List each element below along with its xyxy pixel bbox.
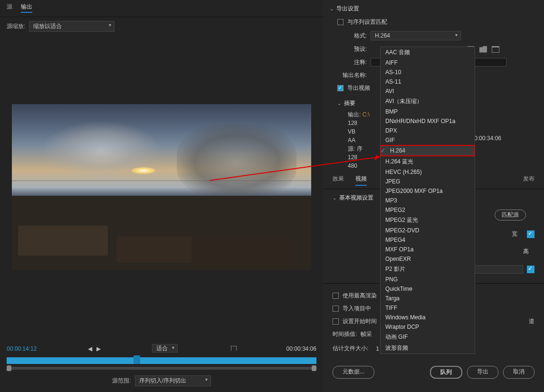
tab-source[interactable]: 源 — [7, 3, 12, 13]
format-option[interactable]: Wraptor DCP — [381, 322, 475, 332]
zoom-handle-right[interactable] — [312, 365, 316, 371]
step-back-icon[interactable]: ◀ — [86, 345, 94, 352]
import-preset-icon[interactable] — [479, 46, 487, 53]
time-interp-value: 帧采 — [361, 330, 372, 338]
format-option[interactable]: H.264 — [381, 145, 475, 156]
export-video-label: 导出视频 — [347, 84, 370, 92]
format-option[interactable]: 动画 GIF — [381, 332, 475, 343]
scrubber[interactable] — [7, 357, 316, 364]
export-settings-header[interactable]: ⌄ 导出设置 — [323, 0, 544, 16]
step-fwd-icon[interactable]: ▶ — [95, 345, 102, 352]
chevron-down-icon: ⌄ — [337, 101, 341, 106]
delete-preset-icon[interactable] — [492, 46, 499, 53]
est-size-label: 估计文件大小: — [333, 344, 368, 353]
timebar: 00:00:14:12 ◀ ▶ 适合 00:00:34:06 源范围: 序列切入… — [0, 339, 323, 392]
action-buttons: 元数据... 队列 导出 取消 — [323, 362, 544, 383]
format-option[interactable]: MPEG4 — [381, 235, 475, 245]
format-option[interactable]: MPEG2-DVD — [381, 226, 475, 235]
format-option[interactable]: DNxHR/DNxHD MXF OP1a — [381, 116, 475, 126]
zoom-bar[interactable] — [7, 367, 316, 370]
comment-label: 注释: — [337, 58, 367, 67]
format-option[interactable]: P2 影片 — [381, 264, 475, 275]
use-max-render-checkbox[interactable] — [333, 293, 339, 299]
time-in[interactable]: 00:00:14:12 — [7, 345, 37, 352]
format-option[interactable]: BMP — [381, 107, 475, 116]
format-option[interactable]: H.264 蓝光 — [381, 156, 475, 167]
set-start-time-label: 设置开始时间 — [343, 317, 377, 325]
metadata-button[interactable]: 元数据... — [333, 366, 374, 379]
fit-dropdown[interactable]: 适合 — [152, 344, 178, 353]
zoom-handle-left[interactable] — [7, 365, 11, 371]
format-option[interactable]: DPX — [381, 126, 475, 135]
match-sequence-label: 与序列设置匹配 — [347, 18, 387, 26]
source-scale-row: 源缩放: 缩放以适合 — [0, 17, 323, 36]
format-option[interactable]: AAC 音频 — [381, 47, 475, 58]
output-name-label: 输出名称: — [337, 71, 367, 79]
use-max-render-label: 使用最高渲染 — [343, 292, 377, 300]
export-video-checkbox[interactable] — [337, 85, 344, 91]
format-option[interactable]: MXF OP1a — [381, 245, 475, 254]
time-out: 00:00:34:06 — [286, 345, 316, 352]
format-option[interactable]: Targa — [381, 294, 475, 303]
format-option[interactable]: AS-11 — [381, 77, 475, 86]
match-source-button[interactable]: 匹配源 — [495, 210, 526, 220]
source-range-label: 源范围: — [112, 377, 131, 385]
set-start-time-checkbox[interactable] — [333, 318, 339, 325]
match-sequence-checkbox[interactable] — [337, 19, 344, 25]
format-option[interactable]: QuickTime — [381, 284, 475, 294]
preview-area — [0, 36, 323, 339]
preview-panel: 源 输出 源缩放: 缩放以适合 00:00:14:12 ◀ ▶ 适合 00:00… — [0, 0, 323, 392]
preset-label: 预设: — [337, 45, 367, 53]
format-option[interactable]: Windows Media — [381, 313, 475, 322]
chevron-down-icon: ⌄ — [333, 195, 336, 201]
format-option[interactable]: PNG — [381, 275, 475, 284]
format-option[interactable]: AVI — [381, 86, 475, 96]
cancel-button[interactable]: 取消 — [503, 366, 534, 379]
format-label: 格式: — [337, 32, 367, 40]
width-link-checkbox[interactable] — [527, 230, 534, 238]
import-project-checkbox[interactable] — [333, 306, 339, 312]
source-output-tabs: 源 输出 — [0, 0, 323, 17]
format-dropdown-menu: AAC 音频AIFFAS-10AS-11AVIAVI（未压缩）BMPDNxHR/… — [380, 47, 475, 354]
format-option[interactable]: GIF — [381, 135, 475, 145]
source-scale-dropdown[interactable]: 缩放以适合 — [29, 21, 115, 32]
format-option[interactable]: AIFF — [381, 58, 475, 67]
format-option[interactable]: MPEG2 — [381, 205, 475, 215]
format-option[interactable]: TIFF — [381, 303, 475, 313]
chevron-down-icon: ⌄ — [330, 6, 334, 11]
format-option[interactable]: MPEG2 蓝光 — [381, 215, 475, 226]
playhead[interactable] — [134, 355, 140, 364]
time-interp-label: 时间插值: — [333, 330, 357, 338]
tab-video[interactable]: 视频 — [355, 175, 367, 186]
preview-image — [12, 104, 311, 270]
tab-output[interactable]: 输出 — [21, 3, 32, 13]
format-dropdown[interactable]: H.264 — [371, 31, 461, 40]
source-range-dropdown[interactable]: 序列切入/序列切出 — [135, 375, 211, 386]
framerate-link-checkbox[interactable] — [527, 266, 534, 273]
tab-publish[interactable]: 发布 — [523, 175, 534, 186]
est-size-value: 1 — [376, 345, 379, 352]
format-option[interactable]: JPEG2000 MXF OP1a — [381, 186, 475, 196]
format-option[interactable]: HEVC (H.265) — [381, 167, 475, 177]
export-button[interactable]: 导出 — [467, 366, 498, 379]
alpha-only-label: 道 — [529, 317, 534, 325]
format-option[interactable]: OpenEXR — [381, 254, 475, 264]
source-scale-label: 源缩放: — [7, 22, 25, 30]
format-option[interactable]: MP3 — [381, 196, 475, 205]
queue-button[interactable]: 队列 — [430, 366, 462, 379]
format-option[interactable]: AS-10 — [381, 67, 475, 77]
format-option[interactable]: AVI（未压缩） — [381, 96, 475, 107]
import-project-label: 导入项目中 — [343, 305, 371, 313]
format-option[interactable]: 波形音频 — [381, 343, 475, 354]
crop-icon[interactable] — [231, 346, 237, 351]
format-option[interactable]: JPEG — [381, 177, 475, 186]
tab-effects[interactable]: 效果 — [333, 175, 344, 186]
